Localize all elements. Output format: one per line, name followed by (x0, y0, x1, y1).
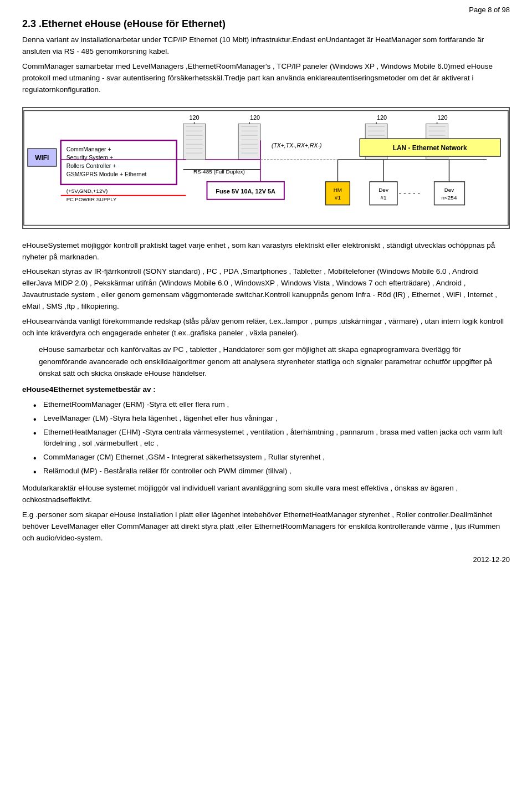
list-item: LevelManager (LM) -Styra hela lägenhet ,… (33, 413, 510, 425)
diagram-svg: WIFI CommManager + Security System + Rol… (23, 108, 509, 228)
svg-text:n<254: n<254 (442, 194, 457, 200)
page-title: 2.3 .Ethernet eHouse (eHouse för Etherne… (22, 18, 510, 30)
footer-date: 2012-12-20 (473, 555, 510, 564)
bullet-list: EthernetRoomManager (ERM) -Styra ett ell… (33, 399, 510, 478)
svg-text:#1: #1 (335, 194, 341, 200)
paragraph-4: eHousekan styras av IR-fjärrkontroll (SO… (22, 266, 510, 313)
svg-text:Fuse 5V 10A, 12V 5A: Fuse 5V 10A, 12V 5A (216, 187, 275, 194)
svg-rect-62 (370, 181, 397, 205)
list-item: CommManager (CM) Ethernet ,GSM - Integre… (33, 452, 510, 463)
svg-text:CommManager +: CommManager + (66, 146, 111, 152)
bottom-paragraph-2: E.g .personer som skapar eHouse installa… (22, 509, 510, 544)
svg-text:Dev: Dev (378, 186, 388, 192)
list-item: EthernetHeatManager (EHM) -Styra central… (33, 427, 510, 450)
page-container: Page 8 of 98 2.3 .Ethernet eHouse (eHous… (0, 0, 532, 802)
paragraph-1: Denna variant av installationarbetar und… (22, 34, 510, 58)
svg-text:HM: HM (334, 186, 342, 192)
svg-text:120: 120 (189, 114, 199, 121)
svg-text:#1: #1 (381, 194, 387, 200)
paragraph-2: CommManager samarbetar med LevelManagers… (22, 61, 510, 96)
list-item: Relämodul (MP) - Beståralla reläer för c… (33, 466, 510, 477)
svg-text:120: 120 (250, 114, 260, 121)
svg-text:120: 120 (437, 114, 447, 121)
bold-section-text: eHouse4Ethernet systemetbestår av : (22, 385, 156, 394)
page-header: Page 8 of 98 (22, 6, 510, 14)
svg-text:LAN - Ethernet Network: LAN - Ethernet Network (393, 144, 467, 152)
svg-text:Rollers Controller +: Rollers Controller + (66, 163, 116, 169)
svg-text:- - - - -: - - - - - (398, 188, 420, 197)
svg-text:Dev: Dev (444, 186, 454, 192)
paragraph-5: eHouseanvända vanligt förekommande redsk… (22, 316, 510, 339)
svg-text:GSM/GPRS Module + Ethernet: GSM/GPRS Module + Ethernet (66, 171, 147, 177)
svg-text:(TX+,TX-,RX+,RX-): (TX+,TX-,RX+,RX-) (272, 142, 321, 149)
svg-text:PC POWER SUPPLY: PC POWER SUPPLY (66, 196, 117, 202)
bold-section-label: eHouse4Ethernet systemetbestår av : (22, 384, 510, 396)
svg-rect-66 (434, 181, 465, 205)
list-item: EthernetRoomManager (ERM) -Styra ett ell… (33, 399, 510, 411)
diagram: WIFI CommManager + Security System + Rol… (22, 107, 510, 229)
indented-block: eHouse samarbetar och kanförvaltas av PC… (39, 344, 510, 380)
svg-rect-59 (326, 181, 350, 205)
indented-text: eHouse samarbetar och kanförvaltas av PC… (39, 345, 492, 377)
page-footer: 2012-12-20 (22, 553, 510, 564)
svg-rect-24 (238, 124, 260, 160)
svg-rect-15 (183, 124, 206, 160)
page-info: Page 8 of 98 (469, 6, 510, 14)
svg-text:WIFI: WIFI (35, 154, 49, 162)
bottom-paragraph-1: Modularkaraktär eHouse systemet möjliggö… (22, 483, 510, 506)
svg-text:(+5V,GND,+12V): (+5V,GND,+12V) (66, 187, 108, 193)
paragraph-3: eHouseSystemet möjliggör kontroll prakti… (22, 240, 510, 263)
svg-text:120: 120 (377, 114, 387, 121)
